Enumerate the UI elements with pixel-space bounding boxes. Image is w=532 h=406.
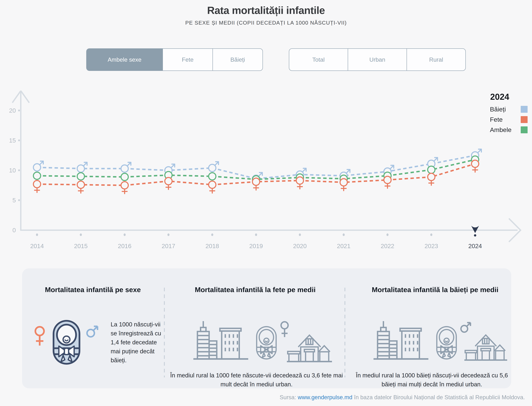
point-fete-2015[interactable] <box>77 181 84 193</box>
swaddled-baby-outline-icon <box>255 320 278 365</box>
swaddled-baby-outline-icon <box>435 320 458 365</box>
year-label-2017[interactable]: 2017 <box>162 243 175 249</box>
y-tick-mark <box>18 169 20 171</box>
male-symbol-icon <box>86 325 99 338</box>
year-label-2022[interactable]: 2022 <box>381 243 394 249</box>
year-dot-2022 <box>386 233 388 236</box>
y-tick-label-20: 20 <box>9 107 16 114</box>
legend-year: 2024 <box>490 92 528 102</box>
year-label-2019[interactable]: 2019 <box>249 243 263 249</box>
source-line: Sursa: www.genderpulse.md în baza datelo… <box>280 394 525 400</box>
card-divider <box>344 288 345 377</box>
year-label-2018[interactable]: 2018 <box>205 243 219 249</box>
year-label-2024[interactable]: 2024 <box>468 243 482 249</box>
point-fete-2018[interactable] <box>209 181 216 193</box>
year-dot-2014 <box>36 233 38 236</box>
year-dot-2019 <box>255 233 257 236</box>
year-label-2014[interactable]: 2014 <box>30 243 44 249</box>
year-label-2021[interactable]: 2021 <box>337 243 350 249</box>
year-dot-2015 <box>80 233 82 236</box>
year-dot-2016 <box>124 233 126 236</box>
card1-text: La 1000 născuți-vii se înregistrează cu … <box>111 320 167 365</box>
source-link[interactable]: www.genderpulse.md <box>298 394 352 400</box>
city-buildings-icon <box>372 318 430 363</box>
swaddled-baby-icon <box>48 319 85 366</box>
chart-legend: 2024 Băieți Fete Ambele <box>490 92 528 133</box>
card3-text: În mediul rural la 1000 băieți născuți-v… <box>348 371 516 389</box>
house-icon <box>461 332 511 364</box>
point-fete-2019[interactable] <box>252 178 260 190</box>
y-tick-label-15: 15 <box>9 137 16 144</box>
female-symbol-icon <box>34 326 46 347</box>
year-label-2020[interactable]: 2020 <box>293 243 307 249</box>
point-ambele-2023[interactable] <box>428 166 435 173</box>
legend-label-ambele: Ambele <box>490 126 511 133</box>
point-fete-2014[interactable] <box>33 181 41 192</box>
selected-year-dot <box>474 234 476 237</box>
legend-label-baieti: Băieți <box>490 106 506 113</box>
selected-year-marker <box>471 226 479 233</box>
point-fete-2017[interactable] <box>165 178 172 189</box>
year-label-2015[interactable]: 2015 <box>74 243 88 249</box>
legend-item-baieti[interactable]: Băieți <box>490 106 528 113</box>
card1-title: Mortalitatea infantilă pe sexe <box>27 286 158 294</box>
point-baieti-2015[interactable] <box>77 162 87 172</box>
year-dot-2021 <box>343 233 345 236</box>
point-fete-2021[interactable] <box>340 179 347 191</box>
year-dot-2023 <box>430 233 432 236</box>
point-ambele-2016[interactable] <box>121 173 128 181</box>
y-tick-label-10: 10 <box>9 167 16 174</box>
year-dot-2018 <box>211 233 213 236</box>
source-prefix: Sursa: <box>280 394 298 400</box>
legend-swatch-baieti-icon[interactable] <box>521 106 528 113</box>
y-tick-mark <box>18 139 20 141</box>
point-ambele-2018[interactable] <box>209 173 216 180</box>
house-icon <box>283 332 337 365</box>
point-baieti-2018[interactable] <box>209 162 218 172</box>
legend-swatch-ambele-icon[interactable] <box>521 126 528 133</box>
card2-text: În mediul rural la 1000 fete născute-vii… <box>170 371 343 389</box>
year-dot-2017 <box>168 233 169 236</box>
male-symbol-icon <box>460 321 472 333</box>
point-fete-2024[interactable] <box>471 160 479 172</box>
legend-label-fete: Fete <box>490 116 503 123</box>
year-dot-2020 <box>299 233 301 236</box>
y-tick-mark <box>18 199 20 201</box>
point-fete-2022[interactable] <box>384 176 391 188</box>
year-label-2016[interactable]: 2016 <box>118 243 132 249</box>
y-tick-label-5: 5 <box>13 197 16 204</box>
point-fete-2016[interactable] <box>121 182 128 194</box>
legend-item-fete[interactable]: Fete <box>490 116 528 123</box>
point-baieti-2016[interactable] <box>121 162 131 172</box>
city-buildings-icon <box>192 318 250 363</box>
year-label-2023[interactable]: 2023 <box>424 243 438 249</box>
point-baieti-2014[interactable] <box>33 161 43 171</box>
point-fete-2020[interactable] <box>296 177 304 189</box>
legend-item-ambele[interactable]: Ambele <box>490 126 528 133</box>
x-axis <box>20 218 521 242</box>
y-tick-label-0: 0 <box>13 227 16 233</box>
card3-title: Mortalitatea infantilă la băieți pe medi… <box>351 286 519 294</box>
source-suffix: în baza datelor Biroului Național de Sta… <box>352 394 525 400</box>
card2-title: Mortalitatea infantilă la fete pe medii <box>171 286 339 294</box>
point-ambele-2014[interactable] <box>33 172 41 179</box>
infographic-page: Rata mortalității infantile PE SEXE ȘI M… <box>0 0 532 406</box>
point-ambele-2015[interactable] <box>77 173 84 180</box>
point-fete-2023[interactable] <box>428 173 435 185</box>
legend-swatch-fete-icon[interactable] <box>521 116 528 123</box>
y-tick-mark <box>18 110 20 111</box>
